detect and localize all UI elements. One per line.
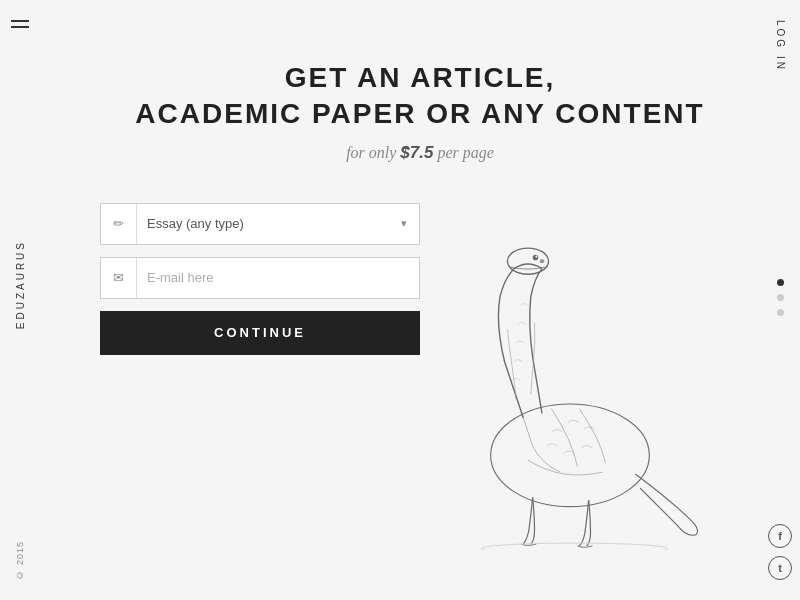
svg-point-4 (540, 260, 544, 263)
twitter-icon[interactable]: t (768, 556, 792, 580)
headline-line2: ACADEMIC PAPER OR ANY CONTENT (135, 96, 704, 132)
continue-button[interactable]: CONTINUE (100, 311, 420, 355)
email-field[interactable] (137, 258, 419, 298)
svg-point-3 (535, 256, 537, 258)
nav-dot-1[interactable] (777, 279, 784, 286)
dinosaur-svg (430, 230, 710, 550)
nav-dots (777, 279, 784, 316)
subheadline-suffix: per page (433, 144, 493, 161)
menu-icon[interactable] (11, 20, 29, 28)
form-container: ✏ Essay (any type) Research Paper Term P… (100, 203, 420, 355)
svg-point-5 (481, 543, 668, 550)
dino-illustration (400, 190, 740, 550)
email-input-wrapper: ✉ (100, 257, 420, 299)
left-sidebar: EDUZAURUS © 2015 (0, 0, 40, 600)
svg-point-0 (491, 404, 650, 507)
chevron-down-icon: ▾ (389, 217, 419, 230)
main-content: GET AN ARTICLE, ACADEMIC PAPER OR ANY CO… (40, 0, 800, 600)
social-icons: f t (768, 524, 792, 580)
login-button[interactable]: LOG IN (775, 20, 786, 72)
email-icon: ✉ (101, 258, 137, 298)
right-sidebar: LOG IN f t (760, 0, 800, 600)
brand-name: EDUZAURUS (15, 240, 26, 329)
subheadline: for only $7.5 per page (346, 143, 494, 163)
facebook-icon[interactable]: f (768, 524, 792, 548)
nav-dot-3[interactable] (777, 309, 784, 316)
headline-line1: GET AN ARTICLE, (135, 60, 704, 96)
svg-point-2 (533, 255, 539, 261)
headline: GET AN ARTICLE, ACADEMIC PAPER OR ANY CO… (135, 60, 704, 133)
copyright: © 2015 (15, 541, 25, 580)
pencil-icon: ✏ (101, 204, 137, 244)
nav-dot-2[interactable] (777, 294, 784, 301)
paper-type-select-wrapper: ✏ Essay (any type) Research Paper Term P… (100, 203, 420, 245)
subheadline-prefix: for only (346, 144, 400, 161)
paper-type-select[interactable]: Essay (any type) Research Paper Term Pap… (137, 204, 389, 244)
subheadline-price: $7.5 (400, 143, 433, 162)
